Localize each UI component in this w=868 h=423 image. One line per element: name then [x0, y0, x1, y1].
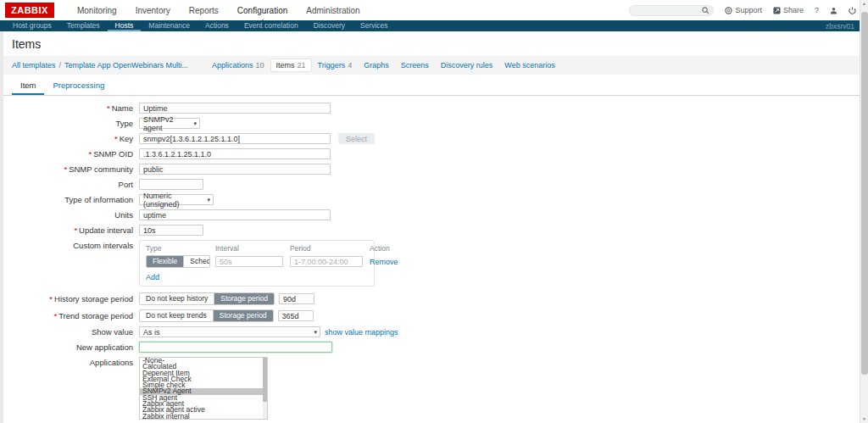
- history-do-not-keep-button[interactable]: Do not keep history: [140, 293, 214, 304]
- applications-option[interactable]: Zabbix internal: [140, 414, 267, 420]
- listbox-scrollbar[interactable]: [263, 358, 267, 419]
- snmp-oid-input[interactable]: [139, 148, 331, 159]
- trend-storage-period-button[interactable]: Storage period: [214, 310, 273, 321]
- trend-period-input[interactable]: [278, 310, 314, 321]
- nav-actions[interactable]: Actions: [198, 20, 236, 31]
- nav-templates[interactable]: Templates: [59, 20, 108, 31]
- chevron-down-icon: ▾: [314, 329, 317, 336]
- ctx-screens[interactable]: Screens: [396, 59, 434, 71]
- snmp-community-row: *SNMP community: [3, 164, 860, 175]
- breadcrumb-template[interactable]: Template App OpenWebinars Multi...: [64, 61, 188, 70]
- history-mode-toggle: Do not keep history Storage period: [139, 292, 275, 305]
- ci-type-header: Type: [146, 244, 210, 255]
- show-value-row: Show value As is▾ show value mappings: [3, 326, 860, 337]
- context-nav: Applications10 Items21 Triggers4 Graphs …: [207, 59, 560, 71]
- ci-remove-link[interactable]: Remove: [370, 258, 403, 266]
- chevron-down-icon: ▾: [207, 197, 210, 203]
- update-interval-input[interactable]: [139, 225, 203, 236]
- new-application-input[interactable]: [139, 342, 332, 353]
- snmp-community-input[interactable]: [139, 164, 331, 175]
- page-title: Items: [3, 31, 860, 56]
- item-form: *Name Type SNMPv2 agent▾ *Key Select *SN…: [3, 96, 860, 423]
- support-link[interactable]: Support: [725, 6, 762, 14]
- profile-button[interactable]: [830, 7, 837, 14]
- units-label: Units: [3, 209, 139, 220]
- port-row: Port: [3, 179, 860, 190]
- signout-icon: [849, 7, 856, 14]
- ci-type-toggle: Flexible Scheduling: [146, 255, 210, 268]
- applications-label: Applications: [3, 357, 139, 368]
- show-value-select[interactable]: As is▾: [139, 326, 320, 337]
- menu-reports[interactable]: Reports: [180, 2, 228, 19]
- ci-period-input[interactable]: [290, 256, 363, 267]
- units-input[interactable]: [139, 209, 331, 220]
- nav-services[interactable]: Services: [353, 20, 396, 31]
- custom-intervals-box: Type Interval Period Action Flexible Sch…: [139, 240, 375, 287]
- type-of-information-select[interactable]: Numeric (unsigned)▾: [139, 194, 214, 205]
- key-select-button[interactable]: Select: [338, 133, 375, 144]
- port-input[interactable]: [139, 179, 203, 190]
- type-label: Type: [3, 118, 139, 129]
- name-row: *Name: [3, 103, 860, 114]
- name-input[interactable]: [139, 103, 331, 114]
- ctx-applications[interactable]: Applications10: [207, 59, 270, 71]
- help-button[interactable]: ?: [815, 6, 819, 14]
- ctx-discovery-rules[interactable]: Discovery rules: [436, 59, 498, 71]
- ci-interval-header: Interval: [215, 244, 285, 255]
- global-search[interactable]: [629, 5, 714, 16]
- nav-event-correlation[interactable]: Event correlation: [236, 20, 306, 31]
- history-period-input[interactable]: [279, 293, 314, 304]
- tab-preprocessing[interactable]: Preprocessing: [44, 76, 113, 95]
- menu-inventory[interactable]: Inventory: [126, 2, 180, 19]
- ci-flexible-button[interactable]: Flexible: [147, 256, 184, 267]
- trend-storage-row: *Trend storage period Do not keep trends…: [3, 309, 860, 322]
- ctx-triggers[interactable]: Triggers4: [313, 59, 358, 71]
- history-storage-period-button[interactable]: Storage period: [214, 293, 274, 304]
- ci-interval-input[interactable]: [215, 256, 283, 267]
- menu-monitoring[interactable]: Monitoring: [68, 2, 126, 19]
- ctx-graphs[interactable]: Graphs: [359, 59, 394, 71]
- scroll-up-arrow[interactable]: ▲: [860, 0, 868, 8]
- user-icon: [830, 7, 837, 14]
- nav-host-groups[interactable]: Host groups: [5, 20, 59, 31]
- show-value-mappings-link[interactable]: show value mappings: [325, 328, 398, 337]
- trend-do-not-keep-button[interactable]: Do not keep trends: [140, 310, 214, 321]
- update-interval-label: Update interval: [79, 225, 133, 235]
- top-right-cluster: Support Share ?: [629, 5, 856, 16]
- form-tabs: Item Preprocessing: [3, 76, 860, 96]
- type-select[interactable]: SNMPv2 agent▾: [139, 118, 200, 129]
- search-input[interactable]: [634, 7, 702, 14]
- signout-button[interactable]: [849, 7, 856, 14]
- nav-maintenance[interactable]: Maintenance: [141, 20, 198, 31]
- tab-item[interactable]: Item: [12, 76, 44, 95]
- page-scrollbar[interactable]: ▲ ▼: [860, 0, 868, 423]
- breadcrumb: All templates / Template App OpenWebinar…: [3, 56, 860, 75]
- snmp-oid-label: SNMP OID: [93, 149, 133, 159]
- update-interval-row: *Update interval: [3, 225, 860, 236]
- new-application-row: New application: [3, 342, 860, 353]
- nav-hosts[interactable]: Hosts: [108, 20, 142, 31]
- menu-configuration[interactable]: Configuration: [228, 2, 297, 19]
- server-name: zbxsrv01: [826, 22, 854, 31]
- ctx-web-scenarios[interactable]: Web scenarios: [499, 59, 559, 71]
- scroll-down-arrow[interactable]: ▼: [860, 415, 868, 423]
- custom-intervals-label: Custom intervals: [3, 240, 139, 251]
- applications-listbox[interactable]: -None- Calculated Depenent Item External…: [139, 357, 268, 420]
- breadcrumb-all-templates[interactable]: All templates: [12, 61, 56, 70]
- scrollbar-thumb[interactable]: [861, 12, 868, 375]
- listbox-scrollbar-thumb[interactable]: [263, 358, 267, 402]
- trend-mode-toggle: Do not keep trends Storage period: [139, 309, 274, 322]
- zabbix-logo[interactable]: ZABBIX: [5, 3, 54, 18]
- key-input[interactable]: [139, 133, 331, 144]
- breadcrumb-separator: /: [59, 61, 62, 70]
- ci-scheduling-button[interactable]: Scheduling: [184, 256, 210, 267]
- ctx-items[interactable]: Items21: [271, 59, 311, 71]
- menu-administration[interactable]: Administration: [297, 2, 369, 19]
- search-icon[interactable]: [702, 7, 709, 14]
- custom-intervals-row: Custom intervals Type Interval Period Ac…: [3, 240, 860, 287]
- ci-add-link[interactable]: Add: [146, 273, 159, 281]
- nav-discovery[interactable]: Discovery: [306, 20, 353, 31]
- share-link[interactable]: Share: [773, 6, 804, 14]
- units-row: Units: [3, 209, 860, 220]
- name-label: Name: [112, 103, 133, 113]
